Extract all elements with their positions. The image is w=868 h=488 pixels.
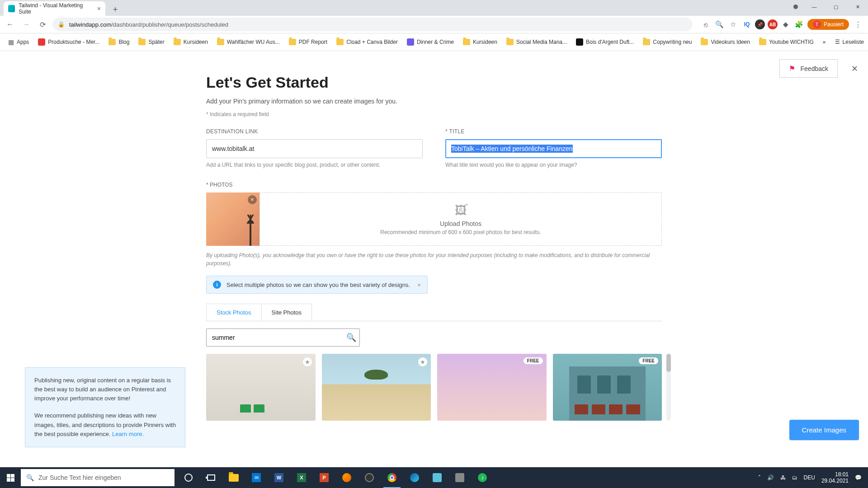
tray-network-icon[interactable]: 🖧 [780, 474, 786, 481]
excel-icon[interactable]: X [290, 467, 313, 488]
stock-photo-item[interactable]: ★ [206, 354, 316, 421]
tab-close-icon[interactable]: × [97, 5, 101, 12]
info-banner-close[interactable]: × [417, 282, 421, 288]
search-icon: 🔍 [26, 474, 34, 481]
app-icon[interactable] [448, 467, 471, 488]
uploaded-photo-thumb[interactable]: × [206, 192, 259, 246]
zoom-icon[interactable]: 🔍 [714, 19, 725, 30]
bookmark-folder[interactable]: Social Media Mana... [503, 37, 571, 47]
tray-language[interactable]: DEU [804, 474, 815, 481]
close-modal-button[interactable]: ✕ [851, 64, 858, 74]
browser-tab[interactable]: Tailwind - Visual Marketing Suite × [4, 1, 105, 16]
translate-icon[interactable]: ⎋ [701, 19, 712, 30]
extension-generic-icon[interactable]: ◆ [780, 19, 791, 30]
tray-chevron-icon[interactable]: ˄ [758, 474, 761, 481]
feedback-label: Feedback [801, 65, 828, 72]
upload-photos-dropzone[interactable]: 🖼 Upload Photos Recommended minimum of 6… [259, 192, 662, 246]
apps-shortcut[interactable]: ▦Apps [5, 37, 33, 47]
firefox-icon[interactable] [335, 467, 358, 488]
tab-site-photos[interactable]: Site Photos [262, 304, 312, 321]
bookmark-star-icon[interactable]: ☆ [728, 19, 739, 30]
new-tab-button[interactable]: + [109, 3, 122, 16]
address-bar[interactable]: 🔒 tailwindapp.com/dashboard/publisher/qu… [52, 18, 693, 31]
folder-icon [108, 39, 116, 45]
extension-iq-icon[interactable]: IQ [741, 19, 752, 30]
bookmark-item[interactable]: Dinner & Crime [403, 37, 458, 47]
window-close-button[interactable]: ✕ [847, 0, 868, 14]
browser-menu-button[interactable]: ⋮ [852, 20, 864, 29]
nav-reload-button[interactable]: ⟳ [36, 18, 49, 31]
learn-more-link[interactable]: Learn more. [112, 431, 144, 437]
extension-adblock-icon[interactable]: AB [768, 19, 778, 29]
title-input[interactable]: TobiTalk – Aktien und persönliche Finanz… [445, 139, 662, 158]
folder-icon [701, 39, 708, 45]
stock-photo-item[interactable]: FREE [437, 354, 547, 421]
stock-scrollbar[interactable] [666, 354, 671, 421]
bookmark-folder[interactable]: PDF Report [285, 37, 331, 47]
profile-indicator-icon[interactable] [793, 5, 798, 9]
windows-logo-icon [7, 474, 14, 482]
title-helper: What title text would you like to appear… [445, 162, 662, 168]
reading-list-button[interactable]: ☰Leseliste [831, 37, 868, 47]
stock-photo-item[interactable]: FREE [553, 354, 662, 421]
bookmark-folder[interactable]: Wahlfächer WU Aus... [213, 37, 283, 47]
apps-grid-icon: ▦ [8, 38, 14, 46]
tray-clock[interactable]: 18:01 29.04.2021 [821, 471, 849, 484]
cortana-icon[interactable] [177, 467, 200, 488]
site-icon [576, 38, 583, 46]
folder-icon [174, 39, 181, 45]
required-note: * Indicates a required field [206, 111, 662, 117]
remove-photo-button[interactable]: × [248, 195, 257, 204]
flag-icon: ⚑ [789, 64, 795, 73]
bookmark-item[interactable]: Produktsuche - Mer... [34, 37, 103, 47]
edge-icon[interactable] [403, 467, 426, 488]
notepad-icon[interactable] [426, 467, 448, 488]
extension-pin-icon[interactable]: 📌 [755, 19, 765, 29]
nav-forward-button[interactable]: → [20, 18, 33, 31]
destination-link-input[interactable] [206, 139, 423, 158]
search-icon[interactable]: 🔍 [346, 333, 356, 343]
extensions-puzzle-icon[interactable]: 🧩 [794, 19, 805, 30]
tray-battery-icon[interactable]: 🗂 [792, 474, 797, 481]
action-center-icon[interactable]: 💬 [855, 474, 862, 481]
task-view-icon[interactable] [200, 467, 222, 488]
tray-volume-icon[interactable]: 🔊 [767, 474, 774, 481]
reading-list-icon: ☰ [835, 39, 840, 45]
start-button[interactable] [0, 467, 21, 488]
profile-chip[interactable]: T Pausiert [807, 19, 849, 30]
feedback-button[interactable]: ⚑ Feedback [779, 59, 838, 78]
palm-tree-decoration [250, 221, 251, 246]
bookmark-folder[interactable]: Videokurs Ideen [697, 37, 754, 47]
bookmarks-overflow[interactable]: » [819, 37, 830, 47]
create-images-button[interactable]: Create Images [789, 420, 859, 440]
bookmark-folder[interactable]: Später [135, 37, 168, 47]
file-explorer-icon[interactable] [222, 467, 245, 488]
mail-icon[interactable]: ✉ [245, 467, 268, 488]
chrome-icon[interactable] [381, 467, 403, 488]
info-banner-text: Select multiple photos so we can show yo… [226, 282, 410, 288]
bookmark-folder[interactable]: Youtube WICHTIG [755, 37, 817, 47]
taskbar-search[interactable]: 🔍 Zur Suche Text hier eingeben [21, 469, 175, 486]
bookmark-folder[interactable]: Cload + Canva Bilder [333, 37, 401, 47]
window-maximize-button[interactable]: ▢ [826, 0, 846, 14]
url-host: tailwindapp.com [69, 21, 111, 28]
powerpoint-icon[interactable]: P [313, 467, 335, 488]
nav-back-button[interactable]: ← [4, 18, 16, 31]
tab-stock-photos[interactable]: Stock Photos [206, 304, 262, 321]
stock-search-input[interactable] [206, 328, 360, 347]
folder-icon [759, 39, 766, 45]
bookmark-folder[interactable]: Blog [105, 37, 133, 47]
bookmark-folder[interactable]: Kursideen [459, 37, 501, 47]
free-badge: FREE [639, 357, 658, 364]
info-banner: i Select multiple photos so we can show … [206, 276, 428, 294]
obs-icon[interactable] [358, 467, 381, 488]
word-icon[interactable]: W [268, 467, 290, 488]
stock-photo-item[interactable]: ★ [322, 354, 431, 421]
bookmark-folder[interactable]: Copywriting neu [639, 37, 695, 47]
page-subtitle: Add your Pin's primary information so we… [206, 98, 662, 105]
spotify-icon[interactable]: ♪ [471, 467, 494, 488]
window-minimize-button[interactable]: ― [804, 0, 825, 14]
bookmark-folder[interactable]: Kursideen [170, 37, 212, 47]
bookmark-item[interactable]: Bois d'Argent Duft... [572, 37, 637, 47]
upload-image-icon: 🖼 [455, 203, 467, 217]
